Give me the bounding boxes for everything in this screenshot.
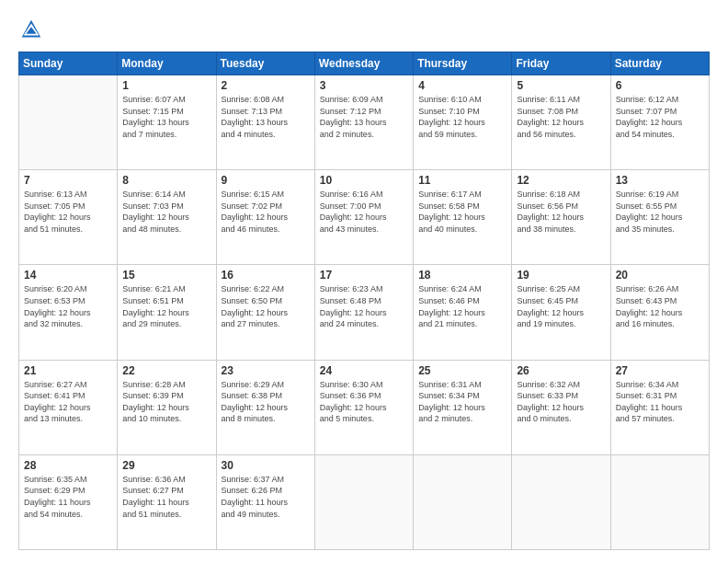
calendar-cell: 13Sunrise: 6:19 AM Sunset: 6:55 PM Dayli… [610, 170, 709, 265]
calendar-cell: 16Sunrise: 6:22 AM Sunset: 6:50 PM Dayli… [216, 265, 314, 360]
day-info: Sunrise: 6:16 AM Sunset: 7:00 PM Dayligh… [320, 189, 408, 235]
calendar-week-row: 14Sunrise: 6:20 AM Sunset: 6:53 PM Dayli… [19, 265, 710, 360]
day-number: 2 [222, 79, 310, 92]
calendar-week-row: 21Sunrise: 6:27 AM Sunset: 6:41 PM Dayli… [19, 360, 710, 454]
day-number: 21 [24, 364, 112, 377]
calendar-cell: 21Sunrise: 6:27 AM Sunset: 6:41 PM Dayli… [19, 360, 118, 454]
page: SundayMondayTuesdayWednesdayThursdayFrid… [0, 0, 728, 563]
day-number: 11 [418, 174, 506, 187]
calendar-cell: 12Sunrise: 6:18 AM Sunset: 6:56 PM Dayli… [512, 170, 610, 265]
day-info: Sunrise: 6:07 AM Sunset: 7:15 PM Dayligh… [122, 94, 210, 140]
day-number: 24 [320, 364, 408, 377]
day-number: 9 [222, 174, 310, 187]
day-number: 27 [616, 364, 704, 377]
day-info: Sunrise: 6:35 AM Sunset: 6:29 PM Dayligh… [24, 474, 112, 520]
calendar-cell: 9Sunrise: 6:15 AM Sunset: 7:02 PM Daylig… [216, 170, 314, 265]
day-info: Sunrise: 6:18 AM Sunset: 6:56 PM Dayligh… [517, 189, 605, 235]
day-number: 14 [24, 269, 112, 282]
calendar-cell: 17Sunrise: 6:23 AM Sunset: 6:48 PM Dayli… [314, 265, 413, 360]
calendar-cell [512, 454, 610, 549]
day-info: Sunrise: 6:25 AM Sunset: 6:45 PM Dayligh… [517, 283, 605, 329]
day-number: 22 [122, 364, 210, 377]
day-info: Sunrise: 6:17 AM Sunset: 6:58 PM Dayligh… [418, 189, 506, 235]
calendar-cell: 6Sunrise: 6:12 AM Sunset: 7:07 PM Daylig… [610, 75, 709, 170]
calendar-cell: 28Sunrise: 6:35 AM Sunset: 6:29 PM Dayli… [19, 454, 118, 549]
calendar-cell: 11Sunrise: 6:17 AM Sunset: 6:58 PM Dayli… [414, 170, 512, 265]
day-number: 26 [517, 364, 605, 377]
day-number: 10 [320, 174, 408, 187]
day-info: Sunrise: 6:21 AM Sunset: 6:51 PM Dayligh… [122, 283, 210, 329]
day-number: 29 [122, 459, 210, 472]
calendar-cell [19, 75, 118, 170]
day-number: 20 [616, 269, 704, 282]
calendar-cell: 3Sunrise: 6:09 AM Sunset: 7:12 PM Daylig… [314, 75, 413, 170]
day-number: 12 [517, 174, 605, 187]
day-info: Sunrise: 6:15 AM Sunset: 7:02 PM Dayligh… [222, 189, 310, 235]
calendar-week-row: 28Sunrise: 6:35 AM Sunset: 6:29 PM Dayli… [19, 454, 710, 549]
day-number: 28 [24, 459, 112, 472]
day-info: Sunrise: 6:30 AM Sunset: 6:36 PM Dayligh… [320, 379, 408, 425]
calendar-cell: 24Sunrise: 6:30 AM Sunset: 6:36 PM Dayli… [314, 360, 413, 454]
calendar-cell [314, 454, 413, 549]
day-info: Sunrise: 6:11 AM Sunset: 7:08 PM Dayligh… [517, 94, 605, 140]
day-info: Sunrise: 6:29 AM Sunset: 6:38 PM Dayligh… [222, 379, 310, 425]
day-number: 13 [616, 174, 704, 187]
calendar-cell: 19Sunrise: 6:25 AM Sunset: 6:45 PM Dayli… [512, 265, 610, 360]
calendar-cell: 15Sunrise: 6:21 AM Sunset: 6:51 PM Dayli… [118, 265, 216, 360]
calendar-cell: 18Sunrise: 6:24 AM Sunset: 6:46 PM Dayli… [414, 265, 512, 360]
header [18, 17, 710, 42]
day-number: 23 [222, 364, 310, 377]
calendar-week-row: 1Sunrise: 6:07 AM Sunset: 7:15 PM Daylig… [19, 75, 710, 170]
logo-icon [18, 17, 44, 42]
day-number: 4 [418, 79, 506, 92]
day-info: Sunrise: 6:08 AM Sunset: 7:13 PM Dayligh… [222, 94, 310, 140]
day-number: 19 [517, 269, 605, 282]
calendar-cell: 26Sunrise: 6:32 AM Sunset: 6:33 PM Dayli… [512, 360, 610, 454]
day-number: 3 [320, 79, 408, 92]
day-info: Sunrise: 6:24 AM Sunset: 6:46 PM Dayligh… [418, 283, 506, 329]
calendar-cell [610, 454, 709, 549]
calendar-cell: 7Sunrise: 6:13 AM Sunset: 7:05 PM Daylig… [19, 170, 118, 265]
calendar-cell: 14Sunrise: 6:20 AM Sunset: 6:53 PM Dayli… [19, 265, 118, 360]
logo [18, 17, 48, 42]
day-info: Sunrise: 6:26 AM Sunset: 6:43 PM Dayligh… [616, 283, 704, 329]
day-info: Sunrise: 6:28 AM Sunset: 6:39 PM Dayligh… [122, 379, 210, 425]
day-info: Sunrise: 6:27 AM Sunset: 6:41 PM Dayligh… [24, 379, 112, 425]
day-info: Sunrise: 6:14 AM Sunset: 7:03 PM Dayligh… [122, 189, 210, 235]
weekday-header: Tuesday [216, 52, 314, 75]
day-info: Sunrise: 6:32 AM Sunset: 6:33 PM Dayligh… [517, 379, 605, 425]
day-info: Sunrise: 6:20 AM Sunset: 6:53 PM Dayligh… [24, 283, 112, 329]
day-number: 8 [122, 174, 210, 187]
calendar-cell: 10Sunrise: 6:16 AM Sunset: 7:00 PM Dayli… [314, 170, 413, 265]
day-number: 7 [24, 174, 112, 187]
day-info: Sunrise: 6:12 AM Sunset: 7:07 PM Dayligh… [616, 94, 704, 140]
calendar-cell: 22Sunrise: 6:28 AM Sunset: 6:39 PM Dayli… [118, 360, 216, 454]
weekday-header: Saturday [610, 52, 709, 75]
day-info: Sunrise: 6:36 AM Sunset: 6:27 PM Dayligh… [122, 474, 210, 520]
weekday-header: Monday [118, 52, 216, 75]
calendar-cell: 25Sunrise: 6:31 AM Sunset: 6:34 PM Dayli… [414, 360, 512, 454]
calendar-cell: 20Sunrise: 6:26 AM Sunset: 6:43 PM Dayli… [610, 265, 709, 360]
day-number: 30 [222, 459, 310, 472]
day-number: 17 [320, 269, 408, 282]
weekday-header: Friday [512, 52, 610, 75]
day-info: Sunrise: 6:19 AM Sunset: 6:55 PM Dayligh… [616, 189, 704, 235]
calendar-cell: 4Sunrise: 6:10 AM Sunset: 7:10 PM Daylig… [414, 75, 512, 170]
weekday-header: Thursday [414, 52, 512, 75]
calendar-cell: 23Sunrise: 6:29 AM Sunset: 6:38 PM Dayli… [216, 360, 314, 454]
day-number: 18 [418, 269, 506, 282]
weekday-header: Wednesday [314, 52, 413, 75]
calendar-header-row: SundayMondayTuesdayWednesdayThursdayFrid… [19, 52, 710, 75]
calendar-cell: 5Sunrise: 6:11 AM Sunset: 7:08 PM Daylig… [512, 75, 610, 170]
day-number: 5 [517, 79, 605, 92]
calendar-cell [414, 454, 512, 549]
calendar-table: SundayMondayTuesdayWednesdayThursdayFrid… [18, 52, 710, 550]
day-info: Sunrise: 6:22 AM Sunset: 6:50 PM Dayligh… [222, 283, 310, 329]
day-info: Sunrise: 6:37 AM Sunset: 6:26 PM Dayligh… [222, 474, 310, 520]
calendar-cell: 27Sunrise: 6:34 AM Sunset: 6:31 PM Dayli… [610, 360, 709, 454]
day-info: Sunrise: 6:23 AM Sunset: 6:48 PM Dayligh… [320, 283, 408, 329]
weekday-header: Sunday [19, 52, 118, 75]
day-info: Sunrise: 6:13 AM Sunset: 7:05 PM Dayligh… [24, 189, 112, 235]
calendar-cell: 30Sunrise: 6:37 AM Sunset: 6:26 PM Dayli… [216, 454, 314, 549]
calendar-cell: 2Sunrise: 6:08 AM Sunset: 7:13 PM Daylig… [216, 75, 314, 170]
